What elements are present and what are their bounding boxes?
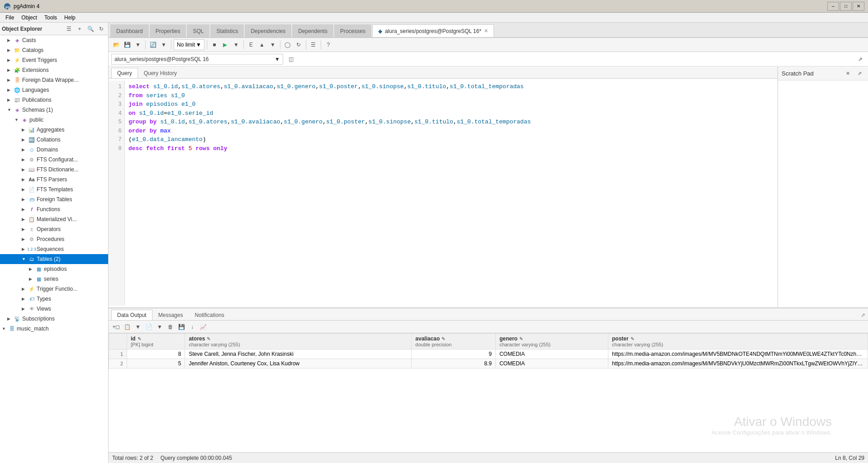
tab-dashboard[interactable]: Dashboard: [110, 24, 149, 37]
col-edit-genero[interactable]: ✎: [519, 336, 523, 341]
sidebar-item-casts[interactable]: ▶ ◈ Casts: [0, 35, 108, 45]
sidebar-item-series[interactable]: ▶ ▦ series: [0, 274, 108, 284]
col-edit-id[interactable]: ✎: [138, 336, 141, 341]
sidebar-item-fts-config[interactable]: ▶ ⚙ FTS Configurat...: [0, 155, 108, 165]
graph-btn[interactable]: 📈: [198, 322, 208, 332]
explain-analyze-btn[interactable]: ▲: [257, 40, 267, 50]
commit-btn[interactable]: ◯: [283, 40, 293, 50]
results-expand-btn[interactable]: ⇗: [861, 312, 865, 318]
limit-selector[interactable]: No limit ▼: [174, 39, 204, 50]
query-tab-query[interactable]: Query: [111, 68, 138, 78]
col-edit-poster[interactable]: ✎: [631, 336, 634, 341]
sidebar-item-types[interactable]: ▶ 🏷 Types: [0, 294, 108, 304]
close-btn[interactable]: ✕: [853, 2, 864, 11]
sidebar-item-foreign-tables[interactable]: ▶ 🗃 Foreign Tables: [0, 194, 108, 204]
tree-arrow-tables[interactable]: ▼: [22, 257, 28, 261]
scratch-pad-close-btn[interactable]: ✕: [843, 68, 853, 78]
sidebar-item-fts-dict[interactable]: ▶ 📖 FTS Dictionarie...: [0, 165, 108, 175]
sidebar-item-subscriptions[interactable]: ▶ 📡 Subscriptions: [0, 314, 108, 324]
save-dropdown-btn[interactable]: ▼: [133, 40, 143, 50]
paste-btn[interactable]: 📄: [144, 322, 154, 332]
scratch-pad-expand-btn[interactable]: ⇗: [854, 68, 864, 78]
paste-dropdown-btn[interactable]: ▼: [155, 322, 165, 332]
sidebar-search-btn[interactable]: 🔍: [85, 24, 95, 34]
sidebar-item-domains[interactable]: ▶ ◇ Domains: [0, 145, 108, 155]
menu-object[interactable]: Object: [18, 14, 41, 22]
fullscreen-btn[interactable]: ⇗: [855, 54, 865, 64]
sidebar-item-fts-parsers[interactable]: ▶ Aa FTS Parsers: [0, 175, 108, 184]
sidebar-item-foreign-data[interactable]: ▶ 🗄 Foreign Data Wrappe...: [0, 75, 108, 85]
sidebar-item-extensions[interactable]: ▶ 🧩 Extensions: [0, 65, 108, 75]
sidebar-refresh-btn[interactable]: ↻: [96, 24, 106, 34]
col-edit-avaliacao[interactable]: ✎: [441, 336, 445, 341]
results-tab-messages[interactable]: Messages: [152, 310, 189, 320]
sidebar-item-public[interactable]: ▼ ◈ public: [0, 115, 108, 125]
run-btn[interactable]: ▶: [220, 40, 230, 50]
explain-btn[interactable]: E: [246, 40, 256, 50]
sidebar-item-procedures[interactable]: ▶ ⚙ Procedures: [0, 234, 108, 244]
run-dropdown-btn[interactable]: ▼: [231, 40, 241, 50]
results-tab-data-output[interactable]: Data Output: [111, 310, 152, 320]
open-file-btn[interactable]: 📂: [111, 40, 121, 50]
sidebar-item-schemas[interactable]: ▼ ◈ Schemas (1): [0, 105, 108, 115]
minimize-btn[interactable]: –: [827, 2, 839, 11]
menu-tools[interactable]: Tools: [41, 14, 61, 22]
sidebar-item-publications[interactable]: ▶ 📰 Publications: [0, 95, 108, 105]
tree-arrow-mm[interactable]: ▼: [2, 326, 8, 331]
rollback-btn[interactable]: ↻: [294, 40, 304, 50]
tab-dependencies[interactable]: Dependencies: [245, 24, 291, 37]
filter-options-btn[interactable]: ▼: [159, 40, 169, 50]
scratch-pad-content[interactable]: [778, 80, 868, 307]
scratch-pad-textarea[interactable]: [780, 82, 866, 306]
save-file-btn[interactable]: 💾: [122, 40, 132, 50]
sidebar-item-functions[interactable]: ▶ f Functions: [0, 204, 108, 214]
col-header-poster[interactable]: poster✎ character varying (255): [608, 334, 868, 350]
sidebar-item-event-triggers[interactable]: ▶ ⚡ Event Triggers: [0, 55, 108, 65]
connection-selector[interactable]: alura_series/postgres@PostgreSQL 16 ▼: [111, 54, 283, 65]
macros-btn[interactable]: ☰: [308, 40, 318, 50]
sidebar-item-tables[interactable]: ▼ 🗂 Tables (2): [0, 254, 108, 264]
connection-options-btn[interactable]: ◫: [286, 54, 296, 64]
tab-close-btn[interactable]: ✕: [484, 28, 488, 34]
sidebar-item-fts-templates[interactable]: ▶ 📄 FTS Templates: [0, 184, 108, 194]
sidebar-item-operators[interactable]: ▶ ± Operators: [0, 224, 108, 234]
sidebar-item-views[interactable]: ▶ 👁 Views: [0, 304, 108, 314]
stop-btn[interactable]: ■: [209, 40, 219, 50]
query-tab-history[interactable]: Query History: [138, 68, 183, 78]
tab-dependents[interactable]: Dependents: [292, 24, 333, 37]
sidebar-menu-btn[interactable]: ☰: [64, 24, 74, 34]
sidebar-item-collations[interactable]: ▶ 🔤 Collations: [0, 135, 108, 145]
sidebar-item-sequences[interactable]: ▶ 1.2.3 Sequences: [0, 244, 108, 254]
sidebar-item-episodios[interactable]: ▶ ▦ episodios: [0, 264, 108, 274]
col-header-genero[interactable]: genero✎ character varying (255): [496, 334, 608, 350]
tab-statistics[interactable]: Statistics: [210, 24, 244, 37]
col-header-atores[interactable]: atores✎ character varying (255): [185, 334, 412, 350]
sidebar-item-aggregates[interactable]: ▶ 📊 Aggregates: [0, 125, 108, 135]
col-header-avaliacao[interactable]: avaliacao✎ double precision: [412, 334, 496, 350]
sidebar-item-languages[interactable]: ▶ 🌐 Languages: [0, 85, 108, 95]
sidebar-add-btn[interactable]: +: [75, 24, 85, 34]
sidebar-item-materialized-views[interactable]: ▶ 📋 Materialized Vi...: [0, 214, 108, 224]
tab-properties[interactable]: Properties: [150, 24, 186, 37]
add-row-btn[interactable]: +◻: [111, 322, 121, 332]
sidebar-item-music-match[interactable]: ▼ 🗄 music_match: [0, 324, 108, 334]
tab-sql[interactable]: SQL: [187, 24, 209, 37]
sql-editor[interactable]: 1 2 3 4 5 6 7 8 select s1_0.id,s1_0.ator…: [109, 79, 778, 307]
tab-processes[interactable]: Processes: [334, 24, 371, 37]
download-btn[interactable]: ↓: [187, 322, 197, 332]
sidebar-item-trigger-functions[interactable]: ▶ ⚡ Trigger Functio...: [0, 284, 108, 294]
sidebar-item-catalogs[interactable]: ▶ 📁 Catalogs: [0, 45, 108, 55]
help-btn[interactable]: ?: [323, 40, 333, 50]
results-tab-notifications[interactable]: Notifications: [189, 310, 230, 320]
filter-btn[interactable]: 🔄: [148, 40, 158, 50]
save-data-btn[interactable]: 💾: [176, 322, 186, 332]
tree-arrow-public[interactable]: ▼: [14, 118, 21, 122]
copy-btn[interactable]: 📋: [122, 322, 132, 332]
copy-dropdown-btn[interactable]: ▼: [133, 322, 143, 332]
maximize-btn[interactable]: □: [840, 2, 852, 11]
col-header-id[interactable]: id✎ [PK] bigint: [127, 334, 185, 350]
explain-dropdown-btn[interactable]: ▼: [268, 40, 278, 50]
tree-arrow-schemas[interactable]: ▼: [7, 108, 14, 112]
tab-query-editor[interactable]: ◆ alura_series/postgres@PostgreSQL 16* ✕: [372, 24, 494, 37]
col-edit-atores[interactable]: ✎: [207, 336, 210, 341]
